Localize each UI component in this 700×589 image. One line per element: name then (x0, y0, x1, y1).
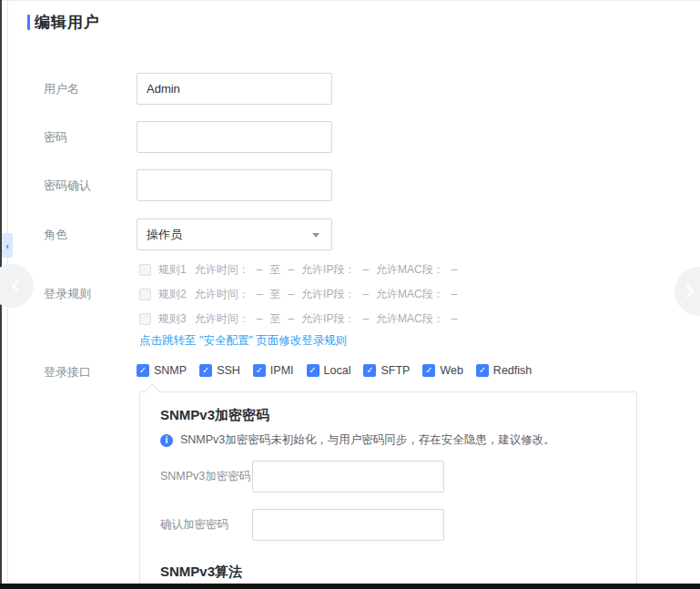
rule-name: 规则1 (158, 262, 187, 278)
interface-checkbox-web[interactable]: ✓ Web (422, 364, 462, 377)
password-confirm-input[interactable] (137, 169, 332, 201)
rule-mac-value: – (451, 263, 458, 276)
rule-mac-value: – (451, 312, 458, 325)
checkbox-checked-icon: ✓ (137, 364, 149, 377)
login-rule-row-1: 规则1 允许时间： – 至 – 允许IP段： – 允许MAC段： – (139, 263, 457, 276)
chevron-left-icon (11, 279, 20, 293)
snmpv3-confirm-label: 确认加密密码 (160, 518, 228, 531)
password-label: 密码 (44, 131, 67, 144)
interface-label: IPMI (270, 364, 294, 377)
role-select[interactable]: 操作员 (137, 218, 332, 250)
interface-label: Redfish (493, 364, 532, 377)
rule-mac-label: 允许MAC段： (376, 262, 444, 278)
rule-mac-label: 允许MAC段： (376, 287, 444, 302)
interface-checkbox-ssh[interactable]: ✓ SSH (199, 364, 240, 377)
rule-time-to: – (288, 288, 294, 300)
interface-checkbox-redfish[interactable]: ✓ Redfish (476, 364, 532, 377)
role-selected-value: 操作员 (147, 227, 182, 243)
rule-to-word: 至 (269, 262, 280, 278)
rule-time-label: 允许时间： (195, 287, 249, 302)
interface-label: Local (324, 364, 351, 377)
title-accent-bar (27, 15, 30, 30)
login-interfaces-row: ✓ SNMP ✓ SSH ✓ IPMI ✓ Local ✓ SFTP ✓ Web… (137, 364, 532, 377)
login-interfaces-label: 登录接口 (44, 366, 91, 379)
checkbox-checked-icon: ✓ (363, 364, 376, 377)
snmpv3-password-label: SNMPv3加密密码 (160, 470, 250, 482)
chevron-right-icon (685, 284, 695, 299)
password-confirm-label: 密码确认 (44, 179, 91, 192)
interface-checkbox-local[interactable]: ✓ Local (307, 364, 351, 377)
scroll-right-button[interactable] (675, 267, 700, 316)
checkbox-checked-icon: ✓ (307, 364, 320, 377)
top-divider (0, 0, 700, 1)
snmpv3-info-text: SNMPv3加密密码未初始化，与用户密码同步，存在安全隐患，建议修改。 (180, 432, 555, 448)
interface-checkbox-snmp[interactable]: ✓ SNMP (137, 364, 187, 377)
rule-time-from: – (257, 312, 263, 325)
rule-time-label: 允许时间： (195, 311, 249, 327)
info-icon: i (160, 434, 173, 447)
rule-mac-label: 允许MAC段： (376, 311, 444, 327)
username-label: 用户名 (44, 83, 79, 96)
login-rules-block: 规则1 允许时间： – 至 – 允许IP段： – 允许MAC段： – 规则2 允… (139, 263, 457, 337)
rule-time-label: 允许时间： (195, 262, 249, 278)
rule-ip-label: 允许IP段： (301, 287, 355, 302)
rule-time-from: – (257, 288, 263, 300)
interface-checkbox-sftp[interactable]: ✓ SFTP (363, 364, 410, 377)
rule-ip-label: 允许IP段： (301, 262, 355, 278)
panel-notch-arrow (144, 383, 160, 400)
role-label: 角色 (44, 228, 67, 241)
sidebar-collapse-tab[interactable]: ‹ (2, 233, 13, 258)
rule-ip-label: 允许IP段： (301, 311, 355, 327)
edit-user-page: ‹ 编辑用户 用户名 密码 密码确认 角色 操作员 登录规则 规则1 允许时间：… (0, 0, 700, 589)
snmpv3-password-panel: SNMPv3加密密码 i SNMPv3加密密码未初始化，与用户密码同步，存在安全… (139, 391, 637, 589)
interface-label: Web (440, 364, 462, 377)
rule-ip-value: – (362, 263, 369, 276)
rule-time-to: – (288, 312, 294, 325)
checkbox-checked-icon: ✓ (199, 364, 212, 377)
rule2-checkbox-unchecked[interactable] (139, 289, 151, 300)
login-rules-label: 登录规则 (44, 288, 91, 300)
scroll-left-button[interactable] (0, 264, 34, 308)
checkbox-checked-icon: ✓ (422, 364, 435, 377)
snmpv3-info-row: i SNMPv3加密密码未初始化，与用户密码同步，存在安全隐患，建议修改。 (160, 432, 555, 448)
rule-to-word: 至 (269, 311, 280, 327)
password-input[interactable] (137, 121, 332, 153)
dropdown-caret-icon (312, 233, 320, 238)
rule-to-word: 至 (269, 287, 280, 302)
rule1-checkbox-unchecked[interactable] (139, 264, 151, 276)
checkbox-checked-icon: ✓ (476, 364, 489, 377)
snmpv3-algorithm-title: SNMPv3算法 (160, 564, 242, 581)
rule-mac-value: – (451, 288, 458, 300)
rule-time-to: – (288, 263, 294, 276)
snmpv3-panel-title: SNMPv3加密密码 (160, 407, 269, 424)
interface-label: SNMP (154, 364, 187, 377)
interface-label: SFTP (380, 364, 410, 377)
goto-security-config-link[interactable]: 点击跳转至 "安全配置" 页面修改登录规则 (139, 333, 347, 349)
rule-name: 规则3 (158, 311, 187, 327)
snmpv3-confirm-input[interactable] (252, 509, 444, 541)
interface-checkbox-ipmi[interactable]: ✓ IPMI (253, 364, 294, 377)
username-input[interactable] (137, 73, 332, 105)
login-rule-row-3: 规则3 允许时间： – 至 – 允许IP段： – 允许MAC段： – (139, 312, 457, 325)
page-title: 编辑用户 (35, 12, 100, 33)
rule-ip-value: – (362, 312, 369, 325)
rule-name: 规则2 (158, 287, 187, 302)
snmpv3-password-input[interactable] (252, 461, 444, 493)
chevron-left-icon: ‹ (5, 240, 9, 251)
rule-time-from: – (257, 263, 263, 276)
interface-label: SSH (217, 364, 240, 377)
login-rule-row-2: 规则2 允许时间： – 至 – 允许IP段： – 允许MAC段： – (139, 288, 457, 300)
rule-ip-value: – (362, 288, 369, 300)
checkbox-checked-icon: ✓ (253, 364, 266, 377)
rule3-checkbox-unchecked[interactable] (139, 313, 151, 325)
bottom-taskbar-edge (0, 584, 700, 589)
